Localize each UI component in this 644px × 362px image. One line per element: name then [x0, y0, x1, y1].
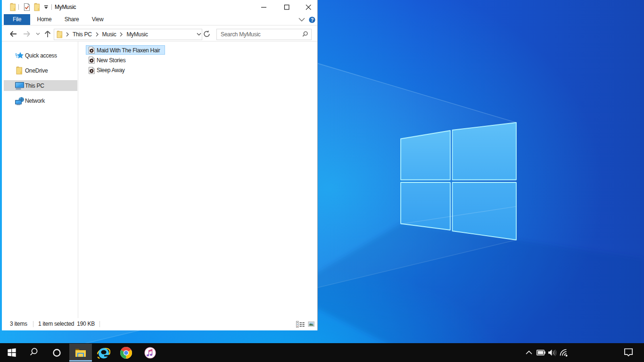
svg-text:?: ? — [311, 17, 314, 23]
